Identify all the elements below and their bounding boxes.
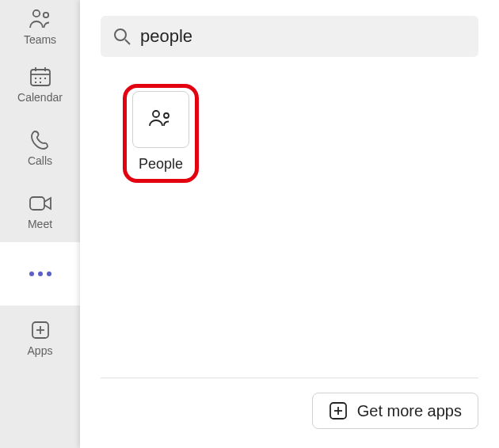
rail-item-label: Calls (28, 154, 52, 167)
app-rail: Teams Calendar (0, 0, 80, 448)
get-more-apps-label: Get more apps (357, 402, 462, 420)
people-icon (147, 109, 174, 130)
rail-item-label: Teams (24, 33, 56, 46)
apps-flyout-panel: People Get more apps (80, 0, 499, 448)
svg-point-18 (164, 113, 169, 118)
search-input[interactable] (140, 26, 466, 47)
calendar-icon (29, 64, 51, 89)
video-icon (29, 191, 52, 216)
apps-add-icon (30, 317, 51, 343)
divider (101, 378, 478, 378)
result-highlight: People (123, 84, 199, 183)
rail-item-calls[interactable]: Calls (0, 116, 80, 179)
svg-rect-11 (30, 197, 44, 210)
plus-square-icon (329, 401, 348, 420)
app-tile-people[interactable] (132, 91, 189, 148)
rail-item-label: Calendar (17, 91, 63, 104)
search-icon (113, 28, 131, 45)
phone-icon (30, 127, 51, 153)
rail-item-more[interactable] (0, 242, 80, 306)
svg-line-16 (125, 40, 130, 44)
svg-point-17 (153, 111, 159, 117)
rail-item-label: Meet (28, 218, 52, 230)
rail-item-apps[interactable]: Apps (0, 306, 80, 369)
svg-point-0 (32, 10, 39, 17)
get-more-apps-button[interactable]: Get more apps (312, 393, 478, 429)
panel-footer: Get more apps (101, 393, 478, 429)
svg-point-1 (43, 13, 48, 17)
app-tile-label: People (139, 156, 183, 173)
svg-point-15 (115, 29, 126, 40)
rail-item-meet[interactable]: Meet (0, 179, 80, 242)
teams-icon (28, 6, 53, 32)
rail-item-teams[interactable]: Teams (0, 0, 80, 52)
more-icon (29, 261, 51, 287)
svg-rect-2 (31, 70, 50, 85)
rail-item-calendar[interactable]: Calendar (0, 52, 80, 116)
rail-item-label: Apps (28, 344, 53, 357)
search-results: People (101, 57, 478, 378)
search-box[interactable] (101, 16, 478, 57)
